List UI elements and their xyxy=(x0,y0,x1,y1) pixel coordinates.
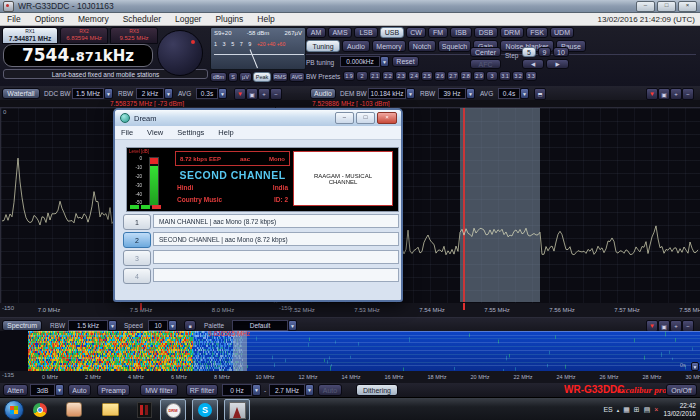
pb-tuning-dropdown[interactable]: ▼ xyxy=(380,56,389,67)
audio-view-button[interactable]: Audio xyxy=(310,88,336,99)
bw-preset-button[interactable]: 2.6 xyxy=(434,71,446,81)
spectrum-view-button[interactable]: Spectrum xyxy=(2,320,42,331)
dem-bw-dropdown[interactable]: ▼ xyxy=(406,88,415,99)
bw-preset-button[interactable]: 2.9 xyxy=(473,71,485,81)
mode-fsk-button[interactable]: FSK xyxy=(526,27,548,38)
dream-menu-view[interactable]: View xyxy=(147,128,163,137)
start-button[interactable] xyxy=(4,400,24,420)
audio-zoom-out-icon[interactable]: − xyxy=(682,88,694,100)
audio-marker-icon[interactable]: ▼ xyxy=(646,88,658,100)
bw-preset-button[interactable]: 3.1 xyxy=(499,71,511,81)
mode-drm-button[interactable]: DRM xyxy=(500,27,524,38)
mode-lsb-button[interactable]: LSB xyxy=(354,27,378,38)
wf-rbw-value[interactable]: 2 kHz xyxy=(136,88,164,99)
rx2-tab[interactable]: RX2 6.83594 MHz xyxy=(60,27,108,44)
wf-avg-dropdown[interactable]: ▼ xyxy=(218,88,227,99)
waterfall-view-button[interactable]: Waterfall xyxy=(2,88,40,99)
tab-notch[interactable]: Notch xyxy=(408,40,436,52)
dream-close-button[interactable]: × xyxy=(377,112,397,124)
tray-network-icon[interactable]: ▦ xyxy=(623,406,630,414)
paint-icon[interactable] xyxy=(64,401,84,418)
bw-preset-button[interactable]: 3 xyxy=(486,71,498,81)
smeter-unit-s-button[interactable]: S xyxy=(228,72,238,82)
bw-preset-button[interactable]: 2.7 xyxy=(447,71,459,81)
ddc-bw-value[interactable]: 1.5 MHz xyxy=(72,88,104,99)
language-indicator[interactable]: ES xyxy=(603,406,612,413)
mode-ams-button[interactable]: AMS xyxy=(328,27,352,38)
dream-menu-settings[interactable]: Settings xyxy=(177,128,204,137)
service-1-button[interactable]: 1 xyxy=(123,214,151,230)
bw-preset-button[interactable]: 1.9 xyxy=(343,71,355,81)
atten-dropdown[interactable]: ▼ xyxy=(55,384,64,396)
wf-avg-value[interactable]: 0.3s xyxy=(196,88,218,99)
menu-plugins[interactable]: Plugins xyxy=(215,14,243,24)
explorer-folder-icon[interactable] xyxy=(100,401,120,418)
atten-value[interactable]: 3dB xyxy=(30,384,55,396)
mode-cw-button[interactable]: CW xyxy=(406,27,426,38)
chrome-icon[interactable] xyxy=(30,401,50,418)
mode-dsb-button[interactable]: DSB xyxy=(474,27,498,38)
filter-auto-button[interactable]: Auto xyxy=(318,384,342,396)
audio-avg-value[interactable]: 0.4s xyxy=(498,88,520,99)
rf-filter-button[interactable]: RF filter xyxy=(186,384,218,396)
dithering-button[interactable]: Dithering xyxy=(356,384,398,396)
bw-preset-button[interactable]: 3.2 xyxy=(512,71,524,81)
mw-filter-button[interactable]: MW filter xyxy=(140,384,178,396)
dark-app-icon[interactable] xyxy=(134,401,154,418)
stop-button[interactable]: ■ xyxy=(184,320,196,331)
bw-preset-button[interactable]: 2.8 xyxy=(460,71,472,81)
menu-logger[interactable]: Logger xyxy=(175,14,201,24)
smeter-unit-dbm-button[interactable]: dBm xyxy=(210,72,227,82)
audio-zoom-in-icon[interactable]: + xyxy=(670,88,682,100)
step-up-button[interactable]: ▶ xyxy=(546,59,569,69)
bw-preset-button[interactable]: 2.5 xyxy=(421,71,433,81)
filter-high-value[interactable]: 2.7 MHz xyxy=(269,384,305,396)
tab-squelch[interactable]: Squelch xyxy=(438,40,471,52)
mode-udm-button[interactable]: UDM xyxy=(550,27,574,38)
tray-windows-icon[interactable]: ⊞ xyxy=(634,406,640,414)
menu-help[interactable]: Help xyxy=(257,14,274,24)
minimize-button[interactable]: – xyxy=(636,1,655,12)
rx1-tab[interactable]: RX1 7.544871 MHz xyxy=(2,27,58,44)
waterfall-scroll-button[interactable]: ▼ xyxy=(691,362,699,371)
bw-preset-button[interactable]: 2.3 xyxy=(395,71,407,81)
tab-audio[interactable]: Audio xyxy=(342,40,370,52)
dream-menu-file[interactable]: File xyxy=(121,128,133,137)
atten-auto-button[interactable]: Auto xyxy=(68,384,91,396)
wf-zoom-in-icon[interactable]: + xyxy=(258,88,270,100)
filter-high-dropdown[interactable]: ▼ xyxy=(305,384,314,396)
dem-bw-value[interactable]: 10.184 kHz xyxy=(368,88,406,99)
menu-memory[interactable]: Memory xyxy=(78,14,109,24)
filter-low-value[interactable]: 0 Hz xyxy=(222,384,252,396)
afc-button[interactable]: AFC xyxy=(470,59,501,69)
drm-app-button[interactable]: DRM xyxy=(160,399,186,420)
spec-rbw-dropdown[interactable]: ▼ xyxy=(108,320,117,331)
close-button[interactable]: × xyxy=(678,1,697,12)
tray-eject-icon[interactable]: × xyxy=(654,406,658,413)
lock-icon[interactable]: ⬒ xyxy=(534,88,546,100)
wf-rbw-dropdown[interactable]: ▼ xyxy=(164,88,173,99)
tray-expand-icon[interactable]: ▴ xyxy=(617,407,620,413)
service-3-button[interactable]: 3 xyxy=(123,250,151,266)
smeter-peak-button[interactable]: Peak xyxy=(253,72,271,82)
filter-low-dropdown[interactable]: ▼ xyxy=(252,384,261,396)
menu-file[interactable]: File xyxy=(7,14,21,24)
smeter-avg-button[interactable]: AVG xyxy=(289,72,305,82)
spec-rbw-value[interactable]: 1.5 kHz xyxy=(68,320,108,331)
wf-save-icon[interactable]: ▣ xyxy=(246,88,258,100)
wf-zoom-out-icon[interactable]: − xyxy=(270,88,282,100)
ddc-bw-dropdown[interactable]: ▼ xyxy=(104,88,113,99)
tab-memory[interactable]: Memory xyxy=(372,40,406,52)
smeter-rms-button[interactable]: RMS xyxy=(272,72,288,82)
audio-save-icon[interactable]: ▣ xyxy=(658,88,670,100)
mode-am-button[interactable]: AM xyxy=(306,27,326,38)
mode-fm-button[interactable]: FM xyxy=(428,27,448,38)
dream-minimize-button[interactable]: – xyxy=(335,112,354,124)
bw-preset-button[interactable]: 2.1 xyxy=(369,71,381,81)
step-5-button[interactable]: 5 xyxy=(522,47,536,57)
menu-scheduler[interactable]: Scheduler xyxy=(123,14,161,24)
wf-marker-icon[interactable]: ▼ xyxy=(234,88,246,100)
tab-tuning[interactable]: Tuning xyxy=(306,40,340,52)
mode-isb-button[interactable]: ISB xyxy=(450,27,472,38)
pb-reset-button[interactable]: Reset xyxy=(392,56,419,67)
